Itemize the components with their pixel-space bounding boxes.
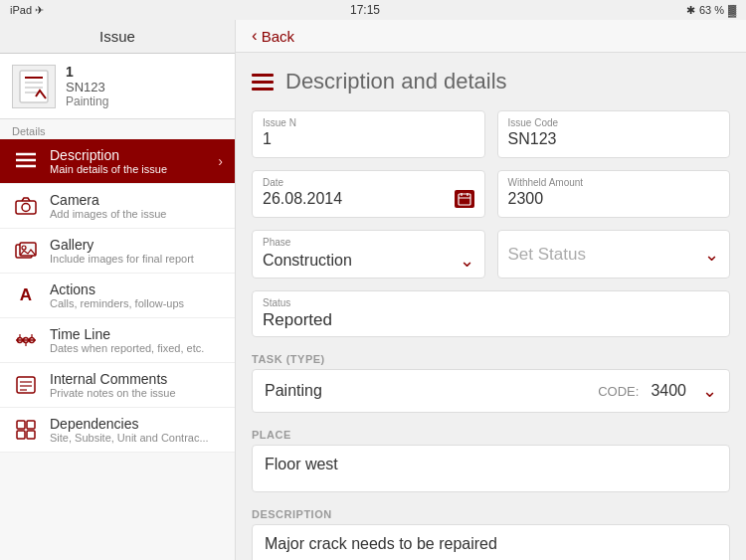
field-issue-code: Issue Code SN123: [497, 110, 731, 158]
svg-rect-28: [459, 194, 470, 205]
task-code-value: 3400: [651, 382, 686, 400]
status-right: ✱ 63 % ▓: [686, 4, 736, 17]
status-left: iPad ✈: [10, 4, 44, 17]
field-issue-n: Issue N 1: [252, 110, 485, 158]
actions-content: Actions Calls, reminders, follow-ups: [50, 281, 223, 309]
back-button[interactable]: ‹ Back: [252, 26, 294, 46]
place-value[interactable]: Floor west: [252, 445, 730, 492]
issue-icon: [12, 65, 56, 108]
section-title: Description and details: [285, 69, 507, 94]
camera-content: Camera Add images of the issue: [50, 192, 223, 220]
gallery-subtitle: Include images for final report: [50, 253, 223, 265]
main-content: ‹ Back Description and details Issue N: [236, 20, 746, 560]
content-area: Description and details Issue N 1 Issue …: [236, 53, 746, 560]
internal-icon: [12, 371, 40, 399]
battery-percent: 63 %: [699, 4, 724, 16]
dependencies-subtitle: Site, Subsite, Unit and Contrac...: [50, 432, 223, 444]
actions-subtitle: Calls, reminders, follow-ups: [50, 297, 223, 309]
description-icon: [12, 147, 40, 175]
row-phase: Phase Construction ⌄ Set Status ⌄: [252, 230, 730, 279]
place-section: PLACE Floor west: [252, 425, 730, 492]
top-bar: ‹ Back: [236, 20, 746, 53]
svg-rect-0: [20, 71, 48, 102]
phase-value: Construction: [263, 252, 352, 270]
svg-rect-20: [17, 377, 35, 393]
set-status-button[interactable]: Set Status ⌄: [497, 230, 731, 279]
hamburger-line-1: [252, 74, 274, 77]
task-section-label: TASK (TYPE): [252, 349, 730, 369]
description-value[interactable]: Major crack needs to be repaired: [252, 524, 730, 560]
withheld-value: 2300: [508, 190, 720, 208]
set-status-label: Set Status: [508, 245, 586, 265]
sidebar-item-dependencies[interactable]: Dependencies Site, Subsite, Unit and Con…: [0, 408, 235, 453]
status-value: Reported: [263, 310, 719, 330]
camera-subtitle: Add images of the issue: [50, 208, 223, 220]
actions-icon: A: [12, 281, 40, 309]
back-chevron-icon: ‹: [252, 26, 258, 46]
sidebar-item-timeline[interactable]: Time Line Dates when reported, fixed, et…: [0, 318, 235, 363]
calendar-icon[interactable]: [455, 190, 474, 208]
camera-title: Camera: [50, 192, 223, 208]
field-withheld: Withheld Amount 2300: [497, 170, 731, 218]
phase-chevron-icon: ⌄: [460, 250, 474, 272]
hamburger-line-3: [252, 88, 274, 91]
svg-rect-27: [27, 431, 35, 439]
withheld-label: Withheld Amount: [508, 177, 720, 188]
internal-subtitle: Private notes on the issue: [50, 387, 223, 399]
sidebar: Issue 1 SN123 Painting Details: [0, 20, 236, 560]
gallery-title: Gallery: [50, 237, 223, 253]
timeline-content: Time Line Dates when reported, fixed, et…: [50, 326, 223, 354]
description-title: Description: [50, 147, 208, 163]
sidebar-item-actions[interactable]: A Actions Calls, reminders, follow-ups: [0, 274, 235, 318]
date-field-row: 26.08.2014: [263, 190, 474, 208]
set-status-chevron-icon: ⌄: [704, 244, 719, 266]
dependencies-icon: [12, 416, 40, 444]
issue-info: 1 SN123 Painting: [0, 54, 235, 119]
battery-icon: ▓: [728, 4, 736, 16]
sidebar-item-description[interactable]: Description Main details of the issue ›: [0, 139, 235, 184]
row-date: Date 26.08.2014: [252, 170, 730, 218]
field-phase[interactable]: Phase Construction ⌄: [252, 230, 485, 279]
issue-number: 1: [66, 64, 108, 80]
task-code-label: CODE:: [598, 384, 639, 399]
actions-title: Actions: [50, 281, 223, 297]
hamburger-line-2: [252, 81, 274, 84]
issue-painting: Painting: [66, 94, 108, 108]
svg-rect-24: [17, 421, 25, 429]
description-content: Description Main details of the issue: [50, 147, 208, 175]
phase-dropdown-row: Construction ⌄: [263, 250, 474, 272]
issue-code-label: Issue Code: [508, 117, 720, 128]
issue-code-value: SN123: [508, 130, 720, 148]
field-status: Status Reported: [252, 290, 730, 337]
date-label: Date: [263, 177, 474, 188]
description-section: DESCRIPTION Major crack needs to be repa…: [252, 504, 730, 560]
app-container: Issue 1 SN123 Painting Details: [0, 20, 746, 560]
status-label: Status: [263, 297, 719, 308]
status-time: 17:15: [350, 3, 380, 17]
gallery-content: Gallery Include images for final report: [50, 237, 223, 265]
hamburger-icon: [252, 74, 274, 91]
date-value: 26.08.2014: [263, 190, 342, 208]
form-grid: Issue N 1 Issue Code SN123 Date 26.08.20…: [252, 110, 730, 560]
dependencies-title: Dependencies: [50, 416, 223, 432]
timeline-subtitle: Dates when reported, fixed, etc.: [50, 342, 223, 354]
issue-n-value: 1: [263, 130, 474, 148]
issue-code: SN123: [66, 80, 108, 94]
sidebar-header: Issue: [0, 20, 235, 54]
field-date: Date 26.08.2014: [252, 170, 485, 218]
section-header: Description and details: [252, 69, 730, 94]
bluetooth-icon: ✱: [686, 4, 695, 17]
sidebar-item-internal[interactable]: Internal Comments Private notes on the i…: [0, 363, 235, 408]
camera-icon: [12, 192, 40, 220]
dependencies-content: Dependencies Site, Subsite, Unit and Con…: [50, 416, 223, 444]
issue-n-label: Issue N: [263, 117, 474, 128]
task-row[interactable]: Painting CODE: 3400 ⌄: [252, 369, 730, 413]
sidebar-item-gallery[interactable]: Gallery Include images for final report: [0, 229, 235, 274]
back-label: Back: [262, 28, 294, 45]
gallery-icon: [12, 237, 40, 265]
details-section-label: Details: [0, 119, 235, 139]
description-chevron: ›: [218, 153, 223, 169]
timeline-title: Time Line: [50, 326, 223, 342]
sidebar-item-camera[interactable]: Camera Add images of the issue: [0, 184, 235, 229]
status-bar: iPad ✈ 17:15 ✱ 63 % ▓: [0, 0, 746, 20]
